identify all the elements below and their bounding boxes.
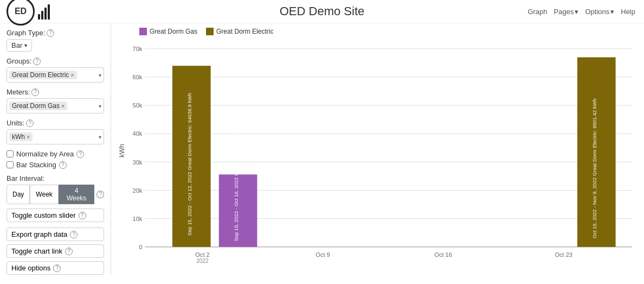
meters-label: Meters: ? <box>7 88 104 96</box>
x-tick-oct23: Oct 23 <box>555 251 572 258</box>
y-tick-70k: 70k <box>133 46 143 52</box>
y-tick-40k: 40k <box>133 130 143 137</box>
y-axis-label: kWh <box>118 144 126 157</box>
export-help-icon[interactable]: ? <box>70 231 78 238</box>
y-tick-0: 0 <box>139 244 142 250</box>
x-tick-2022: 2022 <box>196 258 209 264</box>
units-dropdown-arrow[interactable]: ▾ <box>99 134 101 140</box>
nav-options[interactable]: Options ▾ <box>585 8 614 16</box>
chart-legend: Great Dorm Gas Great Dorm Electric <box>118 28 637 35</box>
meters-tag-remove[interactable]: × <box>61 103 65 109</box>
sidebar: Graph Type: ? Bar ▾ Groups: ? Great Dorm… <box>0 23 111 275</box>
normalize-section: Normalize by Area ? Bar Stacking ? <box>7 150 104 169</box>
normalize-checkbox[interactable] <box>7 150 14 157</box>
y-tick-60k: 60k <box>133 74 143 80</box>
toggle-slider-help-icon[interactable]: ? <box>79 212 86 219</box>
pages-caret-icon: ▾ <box>575 8 578 16</box>
meters-tag: Great Dorm Gas × <box>9 102 67 110</box>
legend-color-gas <box>139 28 147 35</box>
groups-section: Groups: ? Great Dorm Electric × ▾ <box>7 57 104 83</box>
groups-help-icon[interactable]: ? <box>33 58 41 65</box>
bar-stacking-checkbox[interactable] <box>7 161 14 168</box>
bar-electric-1-label: Sep 15, 2022 - Oct 12, 2022 Great Dorm E… <box>187 93 192 236</box>
page-title: OED Demo Site <box>280 4 365 18</box>
units-tag: kWh × <box>9 132 33 141</box>
bar-gas-1-label: Sep 19, 2022 - Oct 16, 2022 Great Dorm G… <box>234 106 239 241</box>
units-label: Units: ? <box>7 119 104 127</box>
interval-day-button[interactable]: Day <box>7 185 30 204</box>
meters-section: Meters: ? Great Dorm Gas × ▾ <box>7 88 104 113</box>
x-tick-oct16: Oct 16 <box>434 251 452 258</box>
units-input[interactable]: kWh × ▾ <box>7 129 104 144</box>
y-tick-50k: 50k <box>133 102 143 109</box>
svg-rect-2 <box>44 8 47 20</box>
groups-dropdown-arrow[interactable]: ▾ <box>99 72 101 78</box>
svg-rect-3 <box>48 4 50 20</box>
export-button[interactable]: Export graph data ? <box>7 228 104 241</box>
groups-label: Groups: ? <box>7 57 104 65</box>
units-tag-remove[interactable]: × <box>27 134 30 140</box>
toggle-link-help-icon[interactable]: ? <box>65 248 73 255</box>
toggle-link-button[interactable]: Toggle chart link ? <box>7 244 104 258</box>
hide-options-button[interactable]: Hide options ? <box>7 261 104 275</box>
interval-week-button[interactable]: Week <box>30 185 58 204</box>
bar-interval-label: Bar Interval: <box>7 174 104 182</box>
groups-input[interactable]: Great Dorm Electric × ▾ <box>7 67 104 83</box>
export-section: Export graph data ? Toggle chart link ? … <box>7 228 104 275</box>
x-tick-oct2: Oct 2 <box>195 251 209 258</box>
y-tick-10k: 10k <box>133 216 143 222</box>
toggle-slider-button[interactable]: Toggle custom slider ? <box>7 209 104 222</box>
legend-color-electric <box>206 28 214 35</box>
bar-stacking-help-icon[interactable]: ? <box>59 161 67 169</box>
meters-input[interactable]: Great Dorm Gas × ▾ <box>7 98 104 113</box>
interval-buttons: Day Week 4 Weeks ? <box>7 185 104 204</box>
graph-type-dropdown[interactable]: Bar ▾ <box>7 39 32 52</box>
bar-interval-section: Bar Interval: Day Week 4 Weeks ? Toggle … <box>7 174 104 222</box>
logo-circle: ED <box>7 0 35 26</box>
graph-type-help-icon[interactable]: ? <box>47 29 54 37</box>
nav-graph[interactable]: Graph <box>527 8 547 16</box>
meters-help-icon[interactable]: ? <box>31 89 39 96</box>
graph-type-caret-icon: ▾ <box>24 42 27 48</box>
graph-type-section: Graph Type: ? Bar ▾ <box>7 29 104 52</box>
options-caret-icon: ▾ <box>610 8 614 16</box>
units-help-icon[interactable]: ? <box>26 119 34 127</box>
bar-electric-2-label: Oct 15, 2022 - Nov 9, 2022 Great Dorm El… <box>592 98 597 238</box>
chart-area: Great Dorm Gas Great Dorm Electric kWh 0… <box>111 23 644 275</box>
y-tick-20k: 20k <box>133 187 143 193</box>
svg-rect-1 <box>41 11 43 20</box>
legend-item-gas: Great Dorm Gas <box>139 28 197 35</box>
x-tick-oct9: Oct 9 <box>315 251 330 258</box>
hide-options-help-icon[interactable]: ? <box>53 264 61 272</box>
logo: ED <box>7 0 52 26</box>
normalize-help-icon[interactable]: ? <box>76 150 84 158</box>
units-section: Units: ? kWh × ▾ <box>7 119 104 144</box>
nav-help[interactable]: Help <box>621 8 635 16</box>
chart-svg-wrapper: kWh 0 10k 20k 30k 40k 50k 60k <box>118 37 637 264</box>
groups-tag: Great Dorm Electric × <box>9 71 77 79</box>
groups-tag-remove[interactable]: × <box>70 72 74 78</box>
y-tick-30k: 30k <box>133 159 143 165</box>
normalize-row: Normalize by Area ? <box>7 150 104 158</box>
bar-stacking-row: Bar Stacking ? <box>7 161 104 169</box>
bar-interval-help-icon[interactable]: ? <box>96 191 104 198</box>
header-nav: Graph Pages ▾ Options ▾ Help <box>527 8 635 16</box>
logo-signal-icon <box>37 2 52 21</box>
nav-pages[interactable]: Pages ▾ <box>554 8 579 16</box>
legend-item-electric: Great Dorm Electric <box>206 28 273 35</box>
meters-dropdown-arrow[interactable]: ▾ <box>99 103 101 109</box>
bar-chart: kWh 0 10k 20k 30k 40k 50k 60k <box>118 37 637 264</box>
svg-rect-0 <box>38 14 40 20</box>
graph-type-label: Graph Type: ? <box>7 29 104 37</box>
interval-4weeks-button[interactable]: 4 Weeks <box>59 185 95 204</box>
